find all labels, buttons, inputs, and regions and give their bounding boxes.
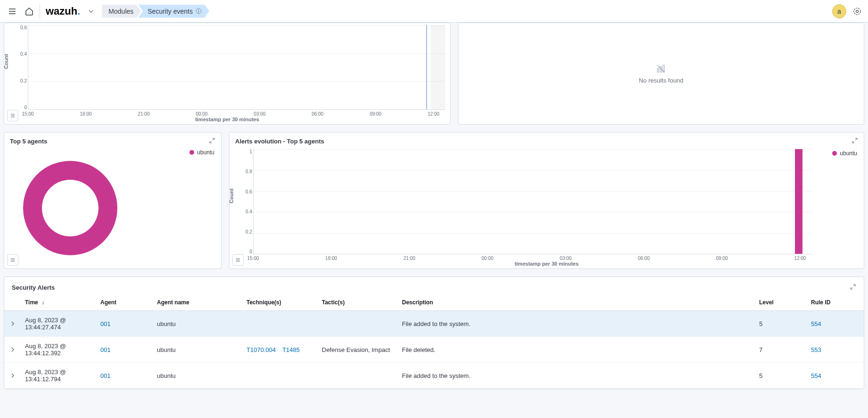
brand-logo[interactable]: wazuh. [42,5,84,17]
expand-icon [850,284,856,290]
x-tick: 00:00 [482,256,493,261]
y-tick: 0 [24,105,27,110]
col-agent[interactable]: Agent [97,294,153,311]
row-expand[interactable] [4,363,21,389]
alerts-table: Time ↓ Agent Agent name Technique(s) Tac… [4,294,864,389]
col-time[interactable]: Time ↓ [21,294,97,311]
breadcrumb-modules[interactable]: Modules [102,5,141,18]
cell-tactics: Defense Evasion, Impact [318,337,398,363]
col-level[interactable]: Level [755,294,807,311]
table-row[interactable]: Aug 8, 2023 @ 13:41:12.794001ubuntuFile … [4,363,864,389]
y-tick: 0.2 [246,229,252,234]
plot-area [253,149,812,254]
donut-ring [23,161,117,255]
svg-point-1 [198,9,199,10]
hamburger-icon [8,7,16,16]
col-expand [4,294,21,311]
chevron-right-icon [10,373,15,378]
no-results-panel: No results found [458,23,864,125]
context-dropdown[interactable] [84,8,98,15]
breadcrumb-label: Security events [147,8,193,15]
expand-button[interactable] [852,137,858,145]
x-axis: 15:00 18:00 21:00 00:00 03:00 06:00 09:0… [253,256,812,261]
x-axis-label: timestamp per 30 minutes [195,117,259,122]
sort-down-icon: ↓ [41,299,44,306]
expand-button[interactable] [850,284,856,292]
technique-link[interactable]: T1485 [282,346,300,353]
x-tick: 15:00 [247,256,259,261]
agent-link[interactable]: 001 [100,320,111,327]
y-tick: 0.4 [20,51,27,57]
col-label: Time [25,299,38,306]
y-tick: 0 [249,249,252,254]
cell-time: Aug 8, 2023 @ 13:44:12.392 [21,337,97,363]
y-tick: 0.2 [20,78,27,84]
user-avatar[interactable]: a [832,4,846,18]
col-description[interactable]: Description [398,294,755,311]
col-techniques[interactable]: Technique(s) [243,294,318,311]
header-divider [40,4,40,19]
svg-point-4 [856,10,859,12]
breadcrumb-security-events[interactable]: Security events [138,5,209,18]
cell-rule-id: 554 [807,363,864,389]
rule-id-link[interactable]: 553 [811,346,821,353]
y-tick: 0.6 [20,25,27,30]
y-axis: 1 0.8 0.6 0.4 0.2 0 [242,149,252,254]
cell-agent-name: ubuntu [153,363,243,389]
donut-chart: ubuntu [4,147,221,268]
row-expand[interactable] [4,337,21,363]
rule-id-link[interactable]: 554 [811,372,821,379]
cell-description: File added to the system. [398,311,755,337]
technique-link[interactable]: T1070.004 [246,346,276,353]
legend-dot [189,150,194,155]
chart-legend: ubuntu [189,149,214,156]
chevron-right-icon [10,347,15,352]
cell-techniques: T1070.004T1485 [243,337,318,363]
col-agent-name[interactable]: Agent name [153,294,243,311]
cell-time: Aug 8, 2023 @ 13:44:27.474 [21,311,97,337]
cell-rule-id: 553 [807,337,864,363]
y-tick: 1 [249,149,252,154]
panel-title: Alerts evolution - Top 5 agents [235,138,324,145]
breadcrumb-label: Modules [108,8,133,15]
expand-icon [852,137,858,144]
menu-button[interactable] [4,3,21,20]
x-axis: 15:00 18:00 21:00 00:00 03:00 06:00 09:0… [28,111,445,117]
x-tick: 21:00 [138,111,149,117]
list-icon [235,257,241,263]
news-button[interactable] [850,4,864,18]
app-header: wazuh. Modules Security events a [0,0,868,23]
x-tick: 06:00 [311,111,323,117]
col-rule-id[interactable]: Rule ID [807,294,864,311]
y-tick: 0.8 [246,169,252,174]
avatar-initial: a [837,8,841,15]
home-button[interactable] [21,3,38,20]
partial-chart-panel: Count 0.6 0.4 0.2 0 15:00 18:00 [4,23,450,125]
cell-level: 7 [755,337,807,363]
legend-toggle[interactable] [7,110,18,121]
cell-agent: 001 [97,337,153,363]
no-results-text: No results found [639,77,684,84]
no-results-icon [656,64,666,74]
table-row[interactable]: Aug 8, 2023 @ 13:44:12.392001ubuntuT1070… [4,337,864,363]
expand-button[interactable] [209,137,215,145]
row-expand[interactable] [4,311,21,337]
x-tick: 12:00 [427,111,439,117]
cell-rule-id: 554 [807,311,864,337]
table-row[interactable]: Aug 8, 2023 @ 13:44:27.474001ubuntuFile … [4,311,864,337]
list-icon [10,113,16,118]
home-icon [25,7,34,16]
agent-link[interactable]: 001 [100,372,111,379]
panel-title: Security Alerts [12,284,55,291]
x-tick: 18:00 [80,111,91,117]
chevron-right-icon [10,321,15,326]
x-tick: 15:00 [22,111,33,117]
agent-link[interactable]: 001 [100,346,111,353]
col-tactics[interactable]: Tactic(s) [318,294,398,311]
legend-toggle[interactable] [232,254,244,266]
rule-id-link[interactable]: 554 [811,320,821,327]
cell-agent-name: ubuntu [153,337,243,363]
cell-agent-name: ubuntu [153,311,243,337]
legend-toggle[interactable] [7,254,18,266]
x-tick: 03:00 [560,256,572,261]
